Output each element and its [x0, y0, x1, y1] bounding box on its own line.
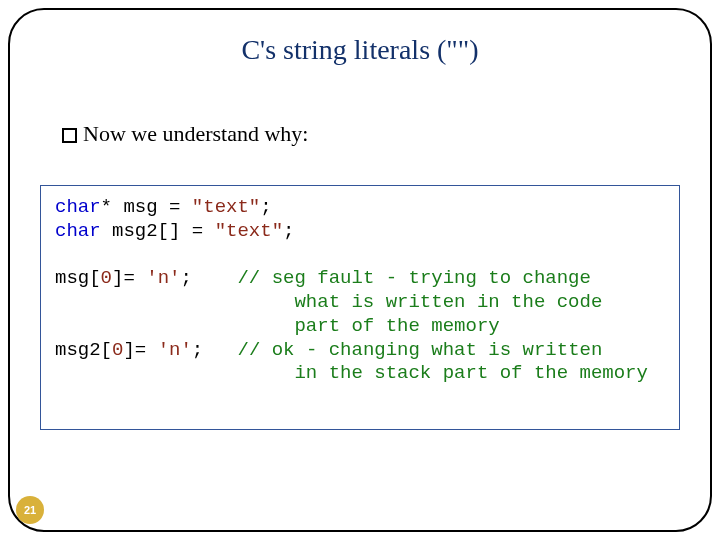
code-pad — [55, 291, 294, 313]
code-comment: what is written in the code — [294, 291, 602, 313]
code-text: ; — [180, 267, 191, 289]
code-pad — [203, 339, 237, 361]
code-num: 0 — [112, 339, 123, 361]
bullet-text: Now we understand why: — [83, 121, 308, 147]
code-comment: part of the memory — [294, 315, 499, 337]
code-pad — [55, 315, 294, 337]
slide-title: C's string literals ("") — [0, 34, 720, 66]
code-comment: // ok - changing what is written — [237, 339, 602, 361]
code-text: ]= — [112, 267, 146, 289]
bullet-box-icon — [62, 128, 77, 143]
code-pad — [192, 267, 238, 289]
code-str: "text" — [215, 220, 283, 242]
code-text: ]= — [123, 339, 157, 361]
code-str: "text" — [192, 196, 260, 218]
code-pad — [55, 362, 294, 384]
code-text: ; — [283, 220, 294, 242]
code-str: 'n' — [146, 267, 180, 289]
code-kw: char — [55, 196, 101, 218]
code-comment: // seg fault - trying to change — [237, 267, 590, 289]
code-text: msg2[] = — [101, 220, 215, 242]
code-num: 0 — [101, 267, 112, 289]
code-box: char* msg = "text"; char msg2[] = "text"… — [40, 185, 680, 430]
code-text: * msg = — [101, 196, 192, 218]
page-number-badge: 21 — [16, 496, 44, 524]
code-kw: char — [55, 220, 101, 242]
code-text: msg[ — [55, 267, 101, 289]
page-number: 21 — [24, 504, 36, 516]
code-text: ; — [192, 339, 203, 361]
code-comment: in the stack part of the memory — [294, 362, 647, 384]
bullet-row: Now we understand why: — [62, 121, 308, 147]
code-text: ; — [260, 196, 271, 218]
code-text: msg2[ — [55, 339, 112, 361]
slide: C's string literals ("") Now we understa… — [0, 0, 720, 540]
code-str: 'n' — [158, 339, 192, 361]
